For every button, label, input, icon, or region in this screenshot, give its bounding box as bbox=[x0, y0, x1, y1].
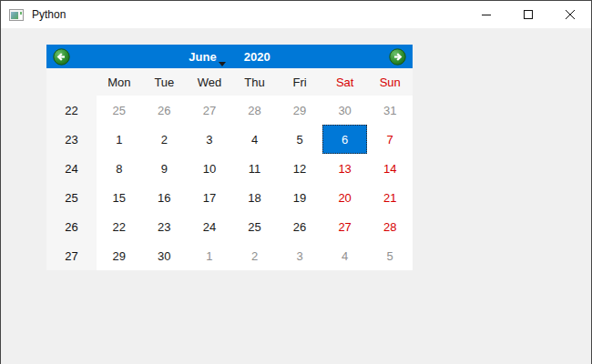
day-cell[interactable]: 2 bbox=[142, 125, 188, 154]
close-icon bbox=[566, 10, 575, 19]
titlebar: Python bbox=[1, 1, 591, 28]
day-cell[interactable]: 31 bbox=[367, 96, 413, 125]
day-cell[interactable]: 16 bbox=[142, 183, 188, 212]
day-cell[interactable]: 20 bbox=[322, 183, 368, 212]
day-cell[interactable]: 7 bbox=[367, 125, 413, 154]
calendar-corner-cell bbox=[46, 68, 97, 96]
day-cell[interactable]: 12 bbox=[277, 154, 322, 183]
minimize-button[interactable] bbox=[465, 1, 507, 28]
day-cell[interactable]: 11 bbox=[232, 154, 278, 183]
maximize-button[interactable] bbox=[507, 1, 549, 28]
day-header-sat: Sat bbox=[322, 68, 368, 96]
arrow-left-circle-icon bbox=[53, 48, 70, 66]
day-cell[interactable]: 9 bbox=[142, 154, 188, 183]
day-header-wed: Wed bbox=[187, 68, 232, 96]
day-cell[interactable]: 19 bbox=[277, 183, 322, 212]
nav-center: June 2020 bbox=[70, 50, 389, 64]
prev-month-button[interactable] bbox=[53, 48, 70, 66]
arrow-right-circle-icon bbox=[389, 48, 406, 66]
window-controls bbox=[465, 1, 591, 28]
day-cell[interactable]: 21 bbox=[367, 183, 413, 212]
app-window-icon bbox=[9, 9, 24, 21]
week-number: 24 bbox=[46, 154, 97, 183]
day-cell[interactable]: 17 bbox=[187, 183, 232, 212]
maximize-icon bbox=[524, 10, 533, 19]
day-cell[interactable]: 30 bbox=[322, 96, 368, 125]
week-number: 22 bbox=[46, 96, 97, 125]
day-cell[interactable]: 3 bbox=[187, 125, 232, 154]
day-cell[interactable]: 10 bbox=[187, 154, 232, 183]
day-header-thu: Thu bbox=[232, 68, 278, 96]
day-cell[interactable]: 29 bbox=[97, 241, 142, 270]
day-cell[interactable]: 8 bbox=[97, 154, 142, 183]
day-cell[interactable]: 29 bbox=[277, 96, 322, 125]
day-cell[interactable]: 5 bbox=[277, 125, 322, 154]
day-cell[interactable]: 25 bbox=[232, 212, 278, 241]
day-cell-selected[interactable]: 6 bbox=[322, 125, 368, 154]
day-cell[interactable]: 28 bbox=[367, 212, 413, 241]
day-header-sun: Sun bbox=[367, 68, 413, 96]
day-cell[interactable]: 23 bbox=[142, 212, 188, 241]
week-number: 25 bbox=[46, 183, 97, 212]
day-cell[interactable]: 1 bbox=[187, 241, 232, 270]
day-cell[interactable]: 5 bbox=[367, 241, 413, 270]
week-number: 27 bbox=[46, 241, 97, 270]
day-header-tue: Tue bbox=[142, 68, 188, 96]
day-cell[interactable]: 24 bbox=[187, 212, 232, 241]
calendar-table: MonTueWedThuFriSatSun2225262728293031231… bbox=[46, 68, 413, 270]
day-cell[interactable]: 30 bbox=[142, 241, 188, 270]
day-cell[interactable]: 13 bbox=[322, 154, 368, 183]
day-cell[interactable]: 27 bbox=[187, 96, 232, 125]
window-title: Python bbox=[32, 8, 66, 21]
day-cell[interactable]: 3 bbox=[277, 241, 322, 270]
day-cell[interactable]: 4 bbox=[322, 241, 368, 270]
day-cell[interactable]: 18 bbox=[232, 183, 278, 212]
year-select-button[interactable]: 2020 bbox=[244, 50, 270, 64]
minimize-icon bbox=[482, 10, 491, 19]
day-cell[interactable]: 1 bbox=[97, 125, 142, 154]
day-cell[interactable]: 4 bbox=[232, 125, 278, 154]
day-cell[interactable]: 26 bbox=[277, 212, 322, 241]
calendar-widget: June 2020 MonTueWedThuFriSatSun222526272… bbox=[46, 45, 413, 270]
day-cell[interactable]: 27 bbox=[322, 212, 368, 241]
month-select-button[interactable]: June bbox=[189, 50, 223, 64]
calendar-nav-bar: June 2020 bbox=[46, 45, 413, 68]
month-label: June bbox=[189, 50, 216, 64]
day-cell[interactable]: 2 bbox=[232, 241, 278, 270]
close-button[interactable] bbox=[549, 1, 591, 28]
day-header-fri: Fri bbox=[277, 68, 322, 96]
day-cell[interactable]: 28 bbox=[232, 96, 278, 125]
next-month-button[interactable] bbox=[389, 48, 406, 66]
day-cell[interactable]: 26 bbox=[142, 96, 188, 125]
day-cell[interactable]: 14 bbox=[367, 154, 413, 183]
week-number: 23 bbox=[46, 125, 97, 154]
day-cell[interactable]: 25 bbox=[97, 96, 142, 125]
app-window: Python bbox=[0, 0, 592, 364]
day-cell[interactable]: 15 bbox=[97, 183, 142, 212]
day-cell[interactable]: 22 bbox=[97, 212, 142, 241]
week-number: 26 bbox=[46, 212, 97, 241]
day-header-mon: Mon bbox=[97, 68, 142, 96]
chevron-down-icon bbox=[219, 62, 226, 66]
